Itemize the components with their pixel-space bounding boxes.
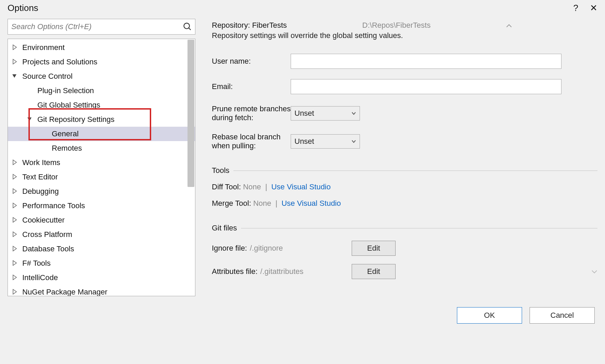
- ignore-file-value: /.gitignore: [250, 244, 283, 253]
- scrollbar-thumb[interactable]: [187, 40, 194, 187]
- svg-marker-6: [13, 160, 16, 165]
- tree-item[interactable]: Debugging: [8, 184, 195, 199]
- help-icon[interactable]: ?: [573, 3, 578, 13]
- titlebar-controls: ? ✕: [573, 3, 597, 13]
- gitfiles-divider: [241, 228, 597, 228]
- tree-item[interactable]: Work Items: [8, 155, 195, 170]
- tree-item[interactable]: NuGet Package Manager: [8, 285, 195, 296]
- expand-closed-icon[interactable]: [11, 274, 19, 281]
- svg-marker-8: [13, 189, 16, 193]
- tree-item-label: Git Repository Settings: [37, 115, 114, 124]
- tree-item[interactable]: Remotes: [8, 141, 195, 155]
- rebase-select[interactable]: Unset: [291, 134, 360, 149]
- tree-item-label: Performance Tools: [22, 201, 85, 210]
- tree-item-label: NuGet Package Manager: [22, 288, 107, 296]
- tree-item[interactable]: IntelliCode: [8, 271, 195, 285]
- chevron-up-icon[interactable]: [506, 22, 512, 29]
- merge-tool-label: Merge Tool:: [212, 199, 251, 208]
- merge-tool-value: None: [253, 199, 271, 208]
- chevron-down-icon: [351, 110, 356, 116]
- prune-select[interactable]: Unset: [291, 106, 360, 121]
- tree-item[interactable]: Plug-in Selection: [8, 84, 195, 98]
- tree-item-label: Cookiecutter: [22, 216, 65, 225]
- tree-item[interactable]: Git Repository Settings: [8, 112, 195, 127]
- expand-closed-icon[interactable]: [11, 245, 19, 253]
- tree-item-label: Projects and Solutions: [22, 58, 97, 66]
- ignore-file-label: Ignore file:: [212, 244, 247, 253]
- prune-value: Unset: [294, 109, 314, 118]
- tree-item-label: Database Tools: [22, 244, 74, 253]
- options-tree[interactable]: EnvironmentProjects and SolutionsSource …: [8, 39, 195, 296]
- tree-item-label: Work Items: [22, 158, 60, 167]
- tree-item[interactable]: F# Tools: [8, 256, 195, 271]
- username-label: User name:: [212, 57, 291, 66]
- expand-closed-icon[interactable]: [11, 44, 19, 51]
- options-dialog: Options ? ✕ EnvironmentProjects and Solu…: [0, 0, 605, 332]
- close-icon[interactable]: ✕: [590, 3, 597, 13]
- svg-marker-14: [13, 275, 16, 280]
- edit-ignore-button[interactable]: Edit: [352, 241, 396, 256]
- email-label: Email:: [212, 82, 291, 91]
- tree-item-label: F# Tools: [22, 259, 51, 268]
- svg-marker-7: [13, 174, 16, 179]
- expand-closed-icon[interactable]: [11, 216, 19, 224]
- prune-label: Prune remote branches during fetch:: [212, 104, 291, 122]
- expand-open-icon[interactable]: [11, 73, 19, 80]
- tree-item-label: Cross Platform: [22, 230, 72, 239]
- expand-closed-icon[interactable]: [11, 188, 19, 195]
- attributes-file-value: /.gitattributes: [260, 267, 303, 276]
- separator: |: [265, 183, 267, 191]
- svg-marker-11: [13, 232, 16, 237]
- gitfiles-heading: Git files: [212, 224, 237, 233]
- tree-item[interactable]: Database Tools: [8, 242, 195, 256]
- tree-item[interactable]: Performance Tools: [8, 199, 195, 213]
- tools-divider: [233, 171, 597, 171]
- edit-attributes-button[interactable]: Edit: [352, 264, 396, 279]
- tree-item[interactable]: Cross Platform: [8, 227, 195, 242]
- tree-item[interactable]: Environment: [8, 40, 195, 55]
- repo-path: D:\Repos\FiberTests: [362, 21, 431, 30]
- tree-item-label: Text Editor: [22, 173, 58, 181]
- expand-closed-icon[interactable]: [11, 58, 19, 66]
- dialog-body: EnvironmentProjects and SolutionsSource …: [0, 15, 605, 300]
- search-box[interactable]: [8, 19, 195, 35]
- search-input[interactable]: [8, 19, 183, 34]
- tree-item-label: Environment: [22, 43, 65, 52]
- expand-closed-icon[interactable]: [11, 288, 19, 296]
- tree-item[interactable]: Text Editor: [8, 170, 195, 184]
- svg-marker-10: [13, 217, 16, 222]
- tree-item-label: Source Control: [22, 72, 73, 81]
- expand-closed-icon[interactable]: [11, 231, 19, 238]
- titlebar: Options ? ✕: [0, 0, 605, 15]
- ok-button[interactable]: OK: [457, 307, 522, 324]
- chevron-down-icon: [351, 138, 356, 145]
- tree-item[interactable]: Projects and Solutions: [8, 55, 195, 69]
- tree-item[interactable]: Git Global Settings: [8, 98, 195, 112]
- svg-marker-9: [13, 203, 16, 208]
- username-input[interactable]: [291, 54, 561, 69]
- svg-marker-3: [13, 59, 16, 64]
- cancel-button[interactable]: Cancel: [530, 307, 595, 324]
- settings-panel: Repository: FiberTests D:\Repos\FiberTes…: [212, 19, 597, 296]
- rebase-label: Rebase local branch when pulling:: [212, 133, 291, 150]
- tools-heading: Tools: [212, 166, 229, 175]
- email-input[interactable]: [291, 79, 561, 94]
- merge-use-vs-link[interactable]: Use Visual Studio: [281, 199, 341, 208]
- expand-closed-icon[interactable]: [11, 159, 19, 166]
- tree-item-label: Remotes: [52, 144, 82, 153]
- expand-closed-icon[interactable]: [11, 173, 19, 181]
- tree-item-label: General: [52, 129, 78, 138]
- svg-point-0: [184, 23, 190, 29]
- expand-closed-icon[interactable]: [11, 260, 19, 267]
- diff-use-vs-link[interactable]: Use Visual Studio: [271, 183, 330, 191]
- tree-item-label: Plug-in Selection: [37, 86, 94, 95]
- chevron-down-icon[interactable]: [591, 268, 597, 276]
- tree-item[interactable]: Cookiecutter: [8, 213, 195, 227]
- expand-open-icon[interactable]: [26, 116, 34, 123]
- svg-marker-4: [12, 74, 16, 78]
- tree-item[interactable]: Source Control: [8, 69, 195, 84]
- svg-marker-2: [13, 45, 16, 50]
- svg-marker-5: [27, 117, 32, 121]
- tree-item[interactable]: General: [8, 127, 195, 141]
- expand-closed-icon[interactable]: [11, 202, 19, 210]
